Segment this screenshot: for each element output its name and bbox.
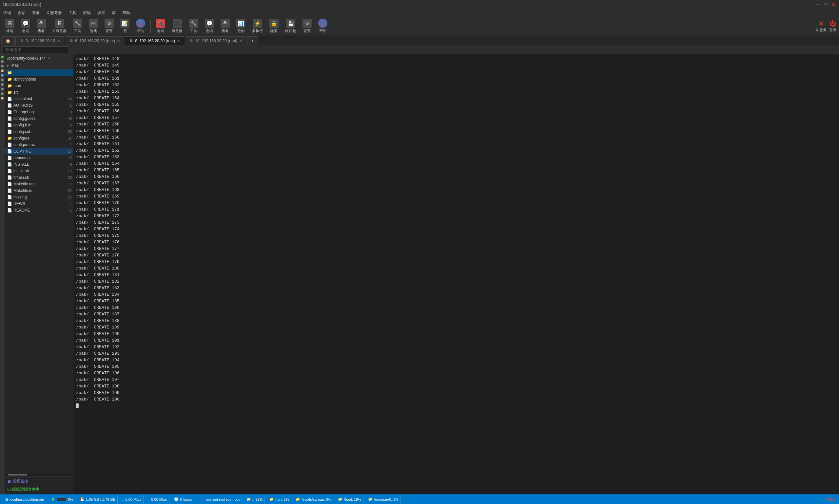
tree-item-ltmainsh[interactable]: 📄 ltmain.sh 23 (5, 174, 73, 181)
toolbar-xserver[interactable]: 🖥 X 服务器 (50, 18, 69, 34)
follow-remote-link[interactable]: ☑ 跟踪远端文件夹 (5, 485, 73, 493)
toolbar-settings[interactable]: ⚙ 设置 (102, 18, 116, 34)
quick-connect-input[interactable] (3, 47, 68, 53)
left-icon-4[interactable] (1, 69, 4, 72)
remote-monitor-link[interactable]: 🖥 远程监控 (5, 477, 73, 485)
tree-item-configh[interactable]: 📄 config.h.in 2 (5, 122, 73, 128)
left-icon-6[interactable] (1, 78, 4, 81)
tab-close-3[interactable]: ✕ (57, 39, 60, 43)
tab-8[interactable]: 🖥 8: 192.168.20.20 (root) ✕ (125, 36, 184, 45)
left-icon-strip (0, 54, 5, 494)
tree-item-configsub[interactable]: 📄 config.sub 33 (5, 128, 73, 135)
toolbar-help2[interactable]: ❓ 帮助 (316, 18, 330, 34)
titlebar-title: 192.168.20.20 (root) (3, 2, 41, 7)
tree-item-makefilein[interactable]: 📄 Makefile.in 22 (5, 187, 73, 194)
sidebar-sort-icon[interactable]: ↕ (70, 64, 72, 68)
left-icon-3[interactable] (1, 65, 4, 68)
left-icon-9[interactable] (1, 92, 4, 95)
tab-10[interactable]: 🖥 10: 192.168.20.20 (root) ✕ (185, 36, 246, 45)
count-ltmainsh: 23 (68, 176, 72, 179)
toolbar-terminal[interactable]: 🖥 终端 (3, 18, 17, 34)
menubar-item-会话[interactable]: 会话 (16, 10, 28, 16)
count-authors: 1 (70, 104, 72, 107)
tree-item-installsh[interactable]: 📄 install-sh 13 (5, 168, 73, 174)
toolbar-session[interactable]: 💬 会话 (18, 18, 33, 34)
toolbar-view2[interactable]: 👁 查看 (218, 18, 232, 34)
left-icon-1[interactable] (1, 56, 4, 58)
tree-item-changelog[interactable]: 📄 ChangeLog 0 (5, 109, 73, 115)
tree-item-dot[interactable]: 📁 . (5, 69, 73, 76)
terminal-line-42: /bak/ CREATE 190 (76, 331, 836, 337)
tree-item-configureac[interactable]: 📄 configure.ac 1 (5, 142, 73, 148)
tree-item-depcomp[interactable]: 📄 depcomp 18 (5, 155, 73, 161)
tree-item-label-configure: configure (14, 136, 30, 141)
tree-item-makefileam[interactable]: 📄 Makefile.am 1 (5, 181, 73, 187)
tree-item-copying[interactable]: 📄 COPYING 17 (5, 148, 73, 155)
menubar-item-游戏[interactable]: 游戏 (81, 10, 93, 16)
menubar-item-宏[interactable]: 宏 (110, 10, 118, 16)
toolbar-packages[interactable]: 💾 软件包 (282, 18, 299, 34)
tab-close-6[interactable]: ✕ (117, 39, 120, 43)
hostname-icon: 🖥 (5, 498, 8, 501)
power-icon[interactable]: ⏻ 退出 (829, 20, 836, 32)
tab-6[interactable]: 🖥 6: 192.168.20.20 (root) ✕ (65, 36, 124, 45)
disk-runuser-label: /run/user/0: 1% (374, 498, 399, 501)
tree-item-label-makefilein: Makefile.in (14, 188, 32, 193)
tab-home[interactable]: 🏠 (1, 36, 15, 45)
toolbar-server[interactable]: ⬛ 服务器 (169, 18, 185, 34)
toolbar-view[interactable]: 👁 查看 (34, 18, 49, 34)
toolbar-tunnel[interactable]: 🔒 隧道 (267, 18, 281, 34)
x-service-icon[interactable]: ✕ X 服务 (816, 20, 826, 32)
menubar-item-帮助[interactable]: 帮助 (120, 10, 132, 16)
tab-close-10[interactable]: ✕ (239, 39, 242, 43)
toolbar-settings2[interactable]: ⚙ 设置 (300, 18, 314, 34)
menubar-item-设置[interactable]: 设置 (95, 10, 107, 16)
toolbar-connect[interactable]: 🔌 会话 (153, 18, 168, 34)
tree-item-missing[interactable]: 📄 missing 11 (5, 194, 73, 200)
toolbar-split[interactable]: 📊 分割 (234, 18, 248, 34)
terminal-line-47: /bak/ CREATE 195 (76, 363, 836, 370)
sidebar-scrollbar[interactable] (5, 473, 73, 476)
left-icon-7[interactable] (1, 83, 4, 86)
left-icon-8[interactable] (1, 88, 4, 90)
close-button[interactable]: ✕ (831, 2, 836, 7)
toolbar-separator-1 (151, 20, 151, 33)
tree-item-readme[interactable]: 📄 README 1 (5, 207, 73, 214)
tree-item-src[interactable]: 📁 src (5, 89, 73, 96)
folder-icon-configure: 📁 (7, 136, 12, 141)
tab-new[interactable]: + (247, 36, 258, 45)
minimize-button[interactable]: ─ (816, 2, 821, 7)
tab-close-8[interactable]: ✕ (177, 39, 180, 43)
toolbar-tools2[interactable]: 🔧 工具 (187, 18, 201, 34)
tree-item-configure[interactable]: 📁 configure 37 (5, 135, 73, 142)
toolbar-games[interactable]: 🎮 游戏 (86, 18, 101, 34)
tab-3[interactable]: 🖥 3: 192.168.20.10 ✕ (15, 36, 64, 45)
tree-item-libinotifytools[interactable]: 📁 libinotifytools (5, 76, 73, 83)
menubar-item-X 服务器[interactable]: X 服务器 (45, 10, 64, 16)
menubar-item-查看[interactable]: 查看 (30, 10, 42, 16)
tree-item-aclocal[interactable]: 📄 aclocal.m4 30 (5, 96, 73, 102)
toolbar-macro[interactable]: 📝 宏 (118, 18, 132, 34)
file-icon-configguess: 📄 (7, 116, 12, 121)
tree-item-news[interactable]: 📄 NEWS 1 (5, 200, 73, 207)
tree-item-label-copying: COPYING (14, 149, 32, 154)
menubar-item-终端[interactable]: 终端 (1, 10, 13, 16)
menubar-item-工具[interactable]: 工具 (67, 10, 78, 16)
toolbar-help[interactable]: ❓ 帮助 (134, 18, 148, 34)
tree-item-authors[interactable]: 📄 AUTHORS 1 (5, 102, 73, 109)
file-icon-makefileam: 📄 (7, 182, 12, 186)
tree-item-install[interactable]: 📄 INSTALL 9 (5, 161, 73, 168)
count-readme: 1 (70, 208, 72, 212)
memory-label: 1.05 GB / 1.78 GB (86, 498, 115, 501)
tree-item-man[interactable]: 📁 man (5, 83, 73, 89)
left-icon-10[interactable] (1, 97, 4, 100)
toolbar-tools[interactable]: 🔧 工具 (70, 18, 85, 34)
tree-collapse-icon[interactable]: ▼ (6, 64, 10, 68)
left-icon-5[interactable] (1, 74, 4, 77)
left-icon-2[interactable] (1, 60, 4, 63)
toolbar-multi[interactable]: ⚡ 多执行 (249, 18, 265, 34)
maximize-button[interactable]: □ (823, 2, 828, 7)
toolbar-session2[interactable]: 💬 会话 (202, 18, 217, 34)
tree-item-configguess[interactable]: 📄 config.guess 45 (5, 115, 73, 122)
sidebar-scrollbar-thumb[interactable] (8, 474, 28, 475)
